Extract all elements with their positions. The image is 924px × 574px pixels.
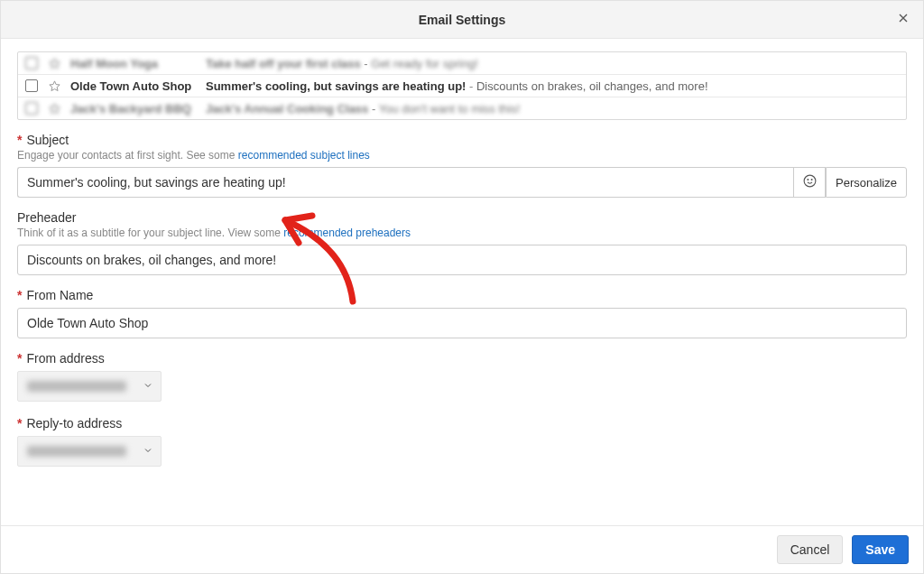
from-address-value-redacted [27, 381, 126, 392]
subject-label: Subject [17, 133, 907, 147]
subject-row: Personalize [17, 167, 907, 198]
close-button[interactable] [892, 9, 914, 31]
preview-sender: Jack's Backyard BBQ [70, 102, 197, 116]
modal-footer: Cancel Save [1, 525, 923, 573]
svg-point-0 [804, 175, 816, 187]
personalize-button[interactable]: Personalize [826, 167, 907, 198]
checkbox[interactable] [25, 102, 38, 115]
modal-header: Email Settings [1, 1, 923, 39]
preview-row: Jack's Backyard BBQJack's Annual Cooking… [18, 97, 906, 119]
star-icon[interactable] [47, 101, 61, 116]
subject-input[interactable] [17, 167, 793, 198]
preview-row: Half Moon YogaTake half off your first c… [18, 52, 906, 75]
close-icon [896, 11, 910, 28]
modal-body: Half Moon YogaTake half off your first c… [1, 39, 923, 525]
checkbox[interactable] [25, 57, 38, 69]
preview-row: Olde Town Auto ShopSummer's cooling, but… [18, 75, 906, 97]
from-address-label: From address [17, 351, 907, 366]
preview-sender: Half Moon Yoga [70, 57, 197, 70]
svg-point-1 [808, 180, 808, 181]
email-settings-modal: Email Settings Half Moon YogaTake half o… [0, 0, 924, 574]
from-name-label: From Name [17, 288, 907, 302]
save-button[interactable]: Save [852, 535, 909, 564]
preheader-label: Preheader [17, 210, 907, 225]
preview-text: Take half off your first class - Get rea… [206, 57, 478, 70]
from-name-input[interactable] [17, 308, 907, 338]
preview-sender: Olde Town Auto Shop [70, 79, 197, 93]
from-address-select[interactable] [17, 371, 162, 402]
subject-hint: Engage your contacts at first sight. See… [17, 149, 907, 162]
checkbox[interactable] [25, 79, 38, 92]
svg-point-2 [811, 180, 812, 181]
inbox-preview-list: Half Moon YogaTake half off your first c… [17, 51, 907, 120]
reply-to-select[interactable] [17, 436, 162, 467]
star-icon[interactable] [47, 79, 61, 93]
emoji-button[interactable] [793, 167, 826, 198]
chevron-down-icon [143, 379, 153, 393]
preheader-row [17, 245, 907, 275]
recommended-preheaders-link[interactable]: recommended preheaders [283, 227, 411, 239]
modal-title: Email Settings [419, 13, 505, 27]
chevron-down-icon [143, 444, 153, 458]
preheader-hint: Think of it as a subtitle for your subje… [17, 227, 907, 239]
recommended-subject-lines-link[interactable]: recommended subject lines [238, 149, 370, 162]
smiley-icon [802, 173, 818, 191]
preview-text: Jack's Annual Cooking Class - You don't … [206, 102, 520, 116]
reply-to-label: Reply-to address [17, 416, 907, 430]
star-icon[interactable] [47, 56, 61, 70]
reply-to-value-redacted [27, 446, 126, 457]
cancel-button[interactable]: Cancel [777, 535, 844, 564]
preheader-input[interactable] [17, 245, 907, 275]
from-name-row [17, 308, 907, 338]
preview-text: Summer's cooling, but savings are heatin… [206, 79, 708, 93]
